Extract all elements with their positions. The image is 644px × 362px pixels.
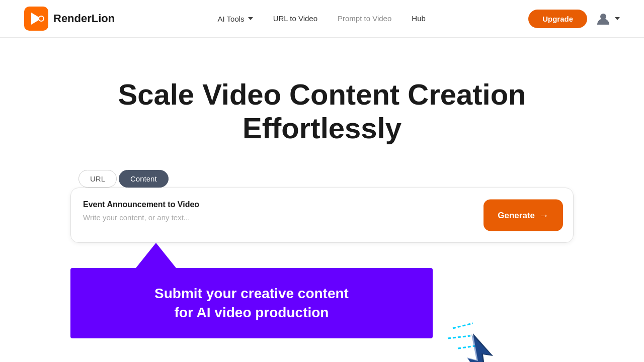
generate-button-label: Generate [498,210,535,220]
user-menu[interactable] [595,11,620,27]
chevron-down-icon [248,17,253,20]
input-placeholder-text: Write your content, or any text... [83,213,472,222]
svg-marker-8 [467,334,491,362]
nav-links: AI Tools URL to Video Prompt to Video Hu… [218,14,426,23]
generate-button[interactable]: Generate → [484,200,563,231]
user-avatar-icon [595,11,611,27]
triangle-decoration [136,243,176,268]
logo-icon [24,7,48,31]
tab-row: URL Content [78,170,169,188]
nav-item-ai-tools[interactable]: AI Tools [218,15,253,23]
banner-text: Submit your creative content for AI vide… [96,284,408,322]
navbar: RenderLion AI Tools URL to Video Prompt … [0,0,644,38]
banner-section: Submit your creative content for AI vide… [70,243,574,338]
cursor-graphic [443,318,513,362]
svg-line-4 [453,323,473,328]
banner: Submit your creative content for AI vide… [70,268,433,338]
generate-arrow-icon: → [539,210,549,221]
nav-item-prompt-to-video[interactable]: Prompt to Video [338,14,391,23]
main-content: Scale Video Content Creation Effortlessl… [0,38,644,338]
input-card: Event Announcement to Video Write your c… [70,188,574,243]
svg-point-2 [39,16,44,21]
logo-text: RenderLion [53,12,115,25]
hero-title: Scale Video Content Creation Effortlessl… [118,78,526,145]
nav-item-hub[interactable]: Hub [412,14,426,23]
tab-url[interactable]: URL [78,170,117,188]
svg-line-5 [448,336,470,338]
input-section: URL Content Event Announcement to Video … [70,170,574,243]
nav-right: Upgrade [528,10,620,28]
user-chevron-icon [615,17,620,20]
upgrade-button[interactable]: Upgrade [528,10,587,28]
tab-content[interactable]: Content [119,170,169,188]
input-label: Event Announcement to Video [83,200,472,209]
svg-line-6 [458,346,475,348]
logo-link[interactable]: RenderLion [24,7,115,31]
nav-item-url-to-video[interactable]: URL to Video [273,14,317,23]
